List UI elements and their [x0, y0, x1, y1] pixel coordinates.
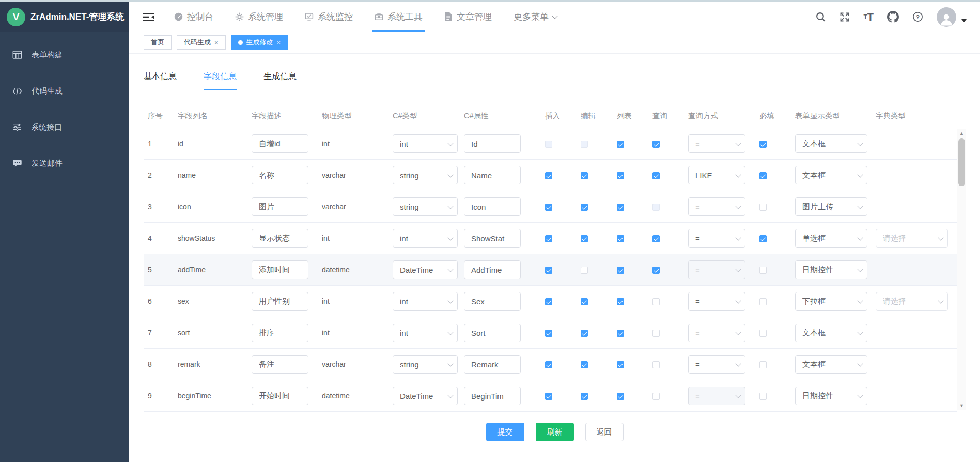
query-checkbox[interactable] — [652, 330, 660, 337]
sidebar-item[interactable]: 表单构建 — [0, 37, 129, 73]
nav-item[interactable]: 文章管理 — [433, 2, 503, 32]
field-desc-input[interactable] — [252, 197, 308, 216]
list-checkbox[interactable] — [617, 235, 624, 242]
insert-checkbox[interactable] — [545, 393, 552, 400]
query-checkbox[interactable] — [652, 235, 660, 242]
query-checkbox[interactable] — [652, 267, 660, 274]
insert-checkbox[interactable] — [545, 298, 552, 305]
cs-type-select[interactable]: int — [393, 324, 458, 342]
font-size-icon[interactable]: TT — [863, 12, 874, 22]
field-desc-input[interactable] — [252, 134, 308, 153]
cs-type-select[interactable]: int — [393, 229, 458, 248]
github-icon[interactable] — [887, 11, 899, 23]
cs-type-select[interactable]: string — [393, 166, 458, 184]
list-checkbox[interactable] — [617, 330, 624, 337]
scroll-down-icon[interactable]: ▼ — [957, 402, 966, 410]
query-method-select[interactable]: = — [688, 134, 745, 153]
field-desc-input[interactable] — [252, 355, 308, 374]
tab[interactable]: 字段信息 — [204, 71, 237, 90]
cs-type-select[interactable]: DateTime — [393, 260, 458, 279]
field-desc-input[interactable] — [252, 166, 308, 184]
list-checkbox[interactable] — [617, 393, 624, 400]
nav-item[interactable]: 系统管理 — [224, 2, 294, 32]
query-method-select[interactable]: = — [688, 387, 745, 405]
edit-checkbox[interactable] — [581, 172, 588, 179]
scroll-thumb[interactable] — [958, 138, 965, 186]
query-method-select[interactable]: LIKE — [688, 166, 745, 184]
nav-item[interactable]: 更多菜单 — [503, 2, 568, 32]
required-checkbox[interactable] — [759, 361, 767, 368]
display-type-select[interactable]: 文本框 — [795, 355, 867, 374]
field-desc-input[interactable] — [252, 260, 308, 279]
cs-prop-input[interactable] — [464, 134, 521, 153]
cs-prop-input[interactable] — [464, 260, 521, 279]
insert-checkbox[interactable] — [545, 235, 552, 242]
cs-type-select[interactable]: string — [393, 197, 458, 216]
list-checkbox[interactable] — [617, 267, 624, 274]
submit-button[interactable]: 提交 — [486, 423, 524, 441]
required-checkbox[interactable] — [759, 172, 767, 179]
nav-item[interactable]: 系统监控 — [294, 2, 364, 32]
query-checkbox[interactable] — [652, 298, 660, 305]
cs-prop-input[interactable] — [464, 197, 521, 216]
close-icon[interactable]: × — [277, 39, 281, 46]
query-method-select[interactable]: = — [688, 355, 745, 374]
tag[interactable]: 生成修改× — [231, 35, 288, 50]
close-icon[interactable]: × — [214, 39, 219, 46]
fullscreen-icon[interactable] — [839, 12, 850, 22]
required-checkbox[interactable] — [759, 393, 767, 400]
query-checkbox[interactable] — [652, 141, 660, 148]
field-desc-input[interactable] — [252, 324, 308, 342]
cs-type-select[interactable]: int — [393, 292, 458, 311]
field-desc-input[interactable] — [252, 292, 308, 311]
query-method-select[interactable]: = — [688, 292, 745, 311]
insert-checkbox[interactable] — [545, 172, 552, 179]
edit-checkbox[interactable] — [581, 235, 588, 242]
table-scrollbar[interactable]: ▲ ▼ — [957, 129, 966, 410]
field-desc-input[interactable] — [252, 387, 308, 405]
tab[interactable]: 生成信息 — [263, 71, 297, 90]
list-checkbox[interactable] — [617, 204, 624, 211]
query-method-select[interactable]: = — [688, 260, 745, 279]
tag[interactable]: 代码生成× — [177, 35, 226, 50]
back-button[interactable]: 返回 — [585, 423, 624, 441]
query-checkbox[interactable] — [652, 204, 660, 211]
list-checkbox[interactable] — [617, 141, 624, 148]
required-checkbox[interactable] — [759, 267, 767, 274]
display-type-select[interactable]: 日期控件 — [795, 387, 867, 405]
cs-prop-input[interactable] — [464, 387, 521, 405]
scroll-up-icon[interactable]: ▲ — [957, 129, 966, 137]
caret-down-icon[interactable] — [961, 19, 967, 22]
edit-checkbox[interactable] — [581, 361, 588, 368]
search-icon[interactable] — [815, 11, 826, 22]
edit-checkbox[interactable] — [581, 267, 588, 274]
cs-type-select[interactable]: string — [393, 355, 458, 374]
sidebar-item[interactable]: 发送邮件 — [0, 145, 129, 181]
logo[interactable]: V ZrAdmin.NET-管理系统 — [0, 2, 129, 32]
query-method-select[interactable]: = — [688, 229, 745, 248]
cs-prop-input[interactable] — [464, 229, 521, 248]
sidebar-item[interactable]: 系统接口 — [0, 109, 129, 145]
display-type-select[interactable]: 文本框 — [795, 134, 867, 153]
dict-type-select[interactable]: 请选择 — [876, 292, 948, 311]
required-checkbox[interactable] — [759, 204, 767, 211]
insert-checkbox[interactable] — [545, 267, 552, 274]
required-checkbox[interactable] — [759, 330, 767, 337]
required-checkbox[interactable] — [759, 235, 767, 242]
cs-type-select[interactable]: DateTime — [393, 387, 458, 405]
cs-prop-input[interactable] — [464, 355, 521, 374]
avatar[interactable] — [937, 7, 956, 27]
nav-item[interactable]: 系统工具 — [364, 2, 433, 32]
help-icon[interactable]: ? — [912, 11, 923, 22]
query-checkbox[interactable] — [652, 361, 660, 368]
edit-checkbox[interactable] — [581, 204, 588, 211]
query-checkbox[interactable] — [652, 393, 660, 400]
list-checkbox[interactable] — [617, 298, 624, 305]
query-method-select[interactable]: = — [688, 324, 745, 342]
edit-checkbox[interactable] — [581, 298, 588, 305]
display-type-select[interactable]: 下拉框 — [795, 292, 867, 311]
edit-checkbox[interactable] — [581, 393, 588, 400]
cs-prop-input[interactable] — [464, 292, 521, 311]
query-method-select[interactable]: = — [688, 197, 745, 216]
collapse-sidebar-icon[interactable] — [143, 12, 154, 22]
